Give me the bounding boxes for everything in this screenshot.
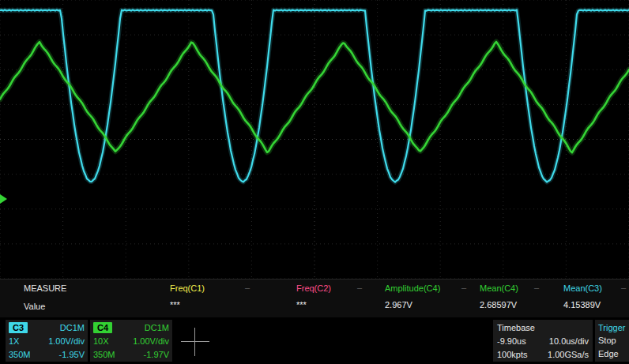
waveform-display [0,0,629,279]
timebase-scale: 10.0us/div [549,336,589,346]
channel-offset: -1.97V [144,350,169,359]
channel-offset: -1.95V [59,350,85,359]
channel-attenuation: 10X [93,336,109,346]
measure-bar: MEASURE Value Freq(C1) *** Freq(C2) *** … [0,279,629,317]
trigger-panel[interactable]: Trigger Stop Edge [595,320,629,362]
timebase-title: Timebase [497,321,589,334]
timebase-points: 100kpts [497,350,528,359]
measurement-value: *** [170,300,288,310]
measure-separator: – [357,283,362,292]
channel-coupling: DC1M [60,323,85,332]
channel-scale: 1.00V/div [133,336,169,346]
timebase-panel[interactable]: Timebase -9.90us 10.0us/div 100kpts 1.00… [493,320,593,362]
timebase-delay: -9.90us [497,336,526,346]
measure-title: MEASURE [24,283,66,293]
channel-c3-badge: C3 [9,322,28,333]
channel-bandwidth: 350M [93,350,115,359]
channel-coupling: DC1M [145,323,169,332]
measurement-mean-c3[interactable]: Mean(C3) 4.15389V [563,283,629,310]
channel-scale: 1.00V/div [48,336,85,346]
channel-c3-panel[interactable]: C3 DC1M 1X 1.00V/div 350M -1.95V [6,320,88,362]
channel-attenuation: 1X [9,336,19,346]
trigger-level-marker[interactable] [0,194,7,204]
channel-c4-badge: C4 [93,322,112,333]
bottom-bar: C3 DC1M 1X 1.00V/div 350M -1.95V C4 DC1M… [0,317,629,364]
timebase-sample-rate: 1.00GSa/s [548,350,589,359]
measure-separator: – [461,283,466,292]
measure-separator: – [621,283,626,292]
measure-value-row-label: Value [24,302,45,311]
measure-separator: – [534,283,539,292]
channel-bandwidth: 350M [9,350,31,359]
trigger-status: Stop [598,334,626,347]
trigger-type: Edge [598,347,626,361]
measurement-label: Freq(C1) [170,283,288,293]
measure-separator: – [245,283,250,292]
trigger-title: Trigger [598,321,626,334]
crosshair-icon [181,328,209,356]
measurement-label: Mean(C3) [563,283,629,293]
channel-c4-panel[interactable]: C4 DC1M 10X 1.00V/div 350M -1.97V [90,320,172,362]
oscilloscope-screen: MEASURE Value Freq(C1) *** Freq(C2) *** … [0,0,629,364]
measurement-value: 4.15389V [563,300,629,310]
measurement-freq-c1[interactable]: Freq(C1) *** [170,283,288,310]
waveform-graticule [0,0,629,279]
